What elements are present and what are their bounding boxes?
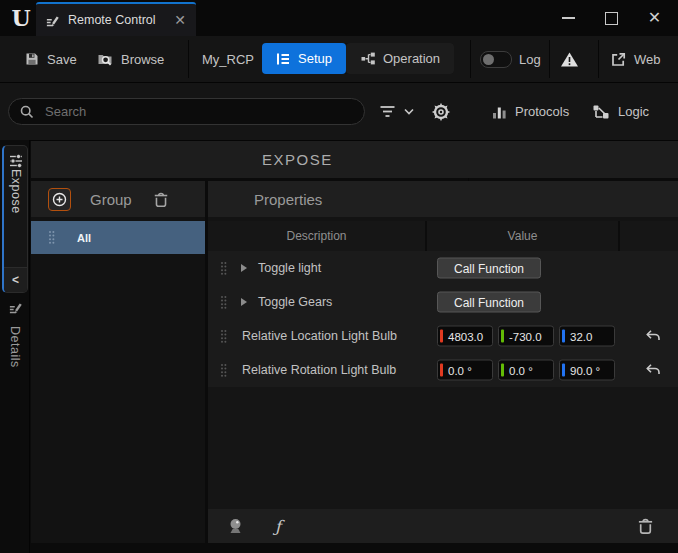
location-x-field[interactable]: 4803.0	[437, 326, 493, 347]
titlebar: U Remote Control ✕ ✕	[0, 0, 678, 36]
drawer-expose-label: Expose	[9, 169, 23, 267]
properties-panel: Properties Description Value Toggle ligh…	[208, 181, 678, 543]
mode-segmented-control: Setup Operation	[262, 43, 454, 74]
browse-icon	[97, 51, 114, 67]
save-icon	[24, 51, 40, 67]
protocols-button[interactable]: Protocols	[492, 83, 569, 140]
drawer-collapse-button[interactable]: <	[4, 267, 27, 292]
group-header-label: Group	[90, 191, 132, 208]
filter-row: Protocols Logic	[0, 83, 678, 141]
log-toggle[interactable]	[480, 51, 512, 68]
gear-icon	[431, 102, 451, 122]
search-icon	[19, 104, 35, 120]
log-toggle-knob	[483, 54, 494, 65]
browse-button[interactable]: Browse	[97, 36, 164, 82]
toolbar-separator	[549, 40, 550, 78]
details-pencil-icon	[8, 300, 23, 315]
group-item-all[interactable]: All	[31, 221, 205, 254]
search-input[interactable]	[8, 98, 365, 125]
rotation-yaw-field[interactable]: 90.0 °	[559, 360, 615, 381]
tab-operation[interactable]: Operation	[346, 43, 454, 74]
remote-control-window: U Remote Control ✕ ✕	[0, 0, 678, 553]
bottom-toolbar: ƒ	[208, 509, 678, 543]
chevron-down-icon	[404, 108, 414, 115]
operation-icon	[360, 51, 376, 66]
web-label: Web	[634, 52, 661, 67]
filter-button[interactable]	[379, 83, 414, 140]
reset-to-default-button[interactable]	[645, 329, 661, 343]
unreal-logo-icon: U	[7, 2, 35, 34]
maximize-button[interactable]	[590, 0, 633, 36]
toolbar: Save Browse My_RCP	[0, 36, 678, 83]
tab-label: Remote Control	[68, 13, 156, 27]
call-function-button[interactable]: Call Function	[437, 292, 541, 313]
group-header: Group	[31, 181, 205, 217]
close-button[interactable]: ✕	[633, 0, 676, 36]
expose-title: EXPOSE	[262, 141, 333, 178]
log-toggle-group: Log	[480, 36, 541, 82]
web-button[interactable]: Web	[610, 36, 661, 82]
reset-to-default-button[interactable]	[645, 363, 661, 377]
property-rows: Toggle light Call Function Toggle Gears …	[208, 251, 678, 387]
window-controls: ✕	[547, 0, 676, 36]
property-row-toggle-gears: Toggle Gears Call Function	[208, 285, 678, 319]
remote-control-icon	[45, 13, 60, 28]
call-function-button[interactable]: Call Function	[437, 258, 541, 279]
rotation-pitch-field[interactable]: 0.0 °	[498, 360, 554, 381]
location-y-field[interactable]: -730.0	[498, 326, 554, 347]
drawer-tab-details[interactable]: Details	[2, 300, 28, 368]
filter-icon	[379, 105, 396, 118]
drag-handle-icon[interactable]	[220, 295, 227, 310]
drawer-details-label: Details	[8, 326, 22, 368]
expand-caret-icon[interactable]	[241, 298, 247, 306]
delete-property-button[interactable]	[637, 517, 654, 535]
add-actor-button[interactable]	[226, 517, 245, 535]
column-header-actions	[620, 221, 678, 251]
tab-remote-control[interactable]: Remote Control ✕	[36, 2, 196, 36]
logic-label: Logic	[618, 104, 649, 119]
settings-button[interactable]	[431, 83, 451, 140]
drag-handle-icon[interactable]	[220, 329, 227, 344]
add-group-button[interactable]	[48, 188, 71, 211]
properties-title: Properties	[254, 191, 322, 208]
setup-label: Setup	[298, 51, 332, 66]
drag-handle-icon[interactable]	[220, 363, 227, 378]
warning-button[interactable]	[560, 36, 579, 82]
properties-empty-area	[208, 387, 678, 509]
save-button[interactable]: Save	[24, 36, 77, 82]
location-z-field[interactable]: 32.0	[559, 326, 615, 347]
toolbar-separator	[598, 40, 599, 78]
minimize-button[interactable]	[547, 0, 590, 36]
toolbar-separator	[188, 40, 189, 78]
setup-icon	[276, 52, 291, 66]
groups-panel: Group All	[31, 181, 205, 543]
table-header: Description Value	[208, 221, 678, 251]
add-function-button[interactable]: ƒ	[275, 517, 281, 536]
property-row-relative-rotation: Relative Rotation Light Bulb 0.0 ° 0.0 °…	[208, 353, 678, 387]
operation-label: Operation	[383, 51, 440, 66]
search-box	[8, 98, 365, 125]
delete-group-button[interactable]	[153, 191, 169, 208]
sliders-icon	[8, 153, 24, 169]
expand-caret-icon[interactable]	[241, 264, 247, 272]
drawer-tab-expose[interactable]: Expose <	[2, 145, 28, 293]
drag-handle-icon[interactable]	[220, 261, 227, 276]
toolbar-separator	[470, 40, 471, 78]
drawer-strip: Expose < Details	[0, 140, 30, 553]
tab-close-icon[interactable]: ✕	[174, 13, 186, 27]
column-header-value: Value	[427, 221, 620, 251]
web-icon	[610, 51, 627, 68]
maximize-icon	[605, 12, 618, 25]
logic-button[interactable]: Logic	[592, 83, 649, 140]
tab-setup[interactable]: Setup	[262, 43, 346, 74]
warning-icon	[560, 51, 579, 68]
rotation-roll-field[interactable]: 0.0 °	[437, 360, 493, 381]
protocols-label: Protocols	[515, 104, 569, 119]
drag-handle-icon[interactable]	[48, 230, 55, 245]
properties-header: Properties	[208, 181, 678, 217]
expose-header: EXPOSE	[31, 141, 678, 178]
preset-name-button[interactable]: My_RCP	[202, 36, 254, 82]
property-row-relative-location: Relative Location Light Bulb 4803.0 -730…	[208, 319, 678, 353]
preset-name-label: My_RCP	[202, 52, 254, 67]
property-name: Relative Rotation Light Bulb	[242, 363, 396, 377]
